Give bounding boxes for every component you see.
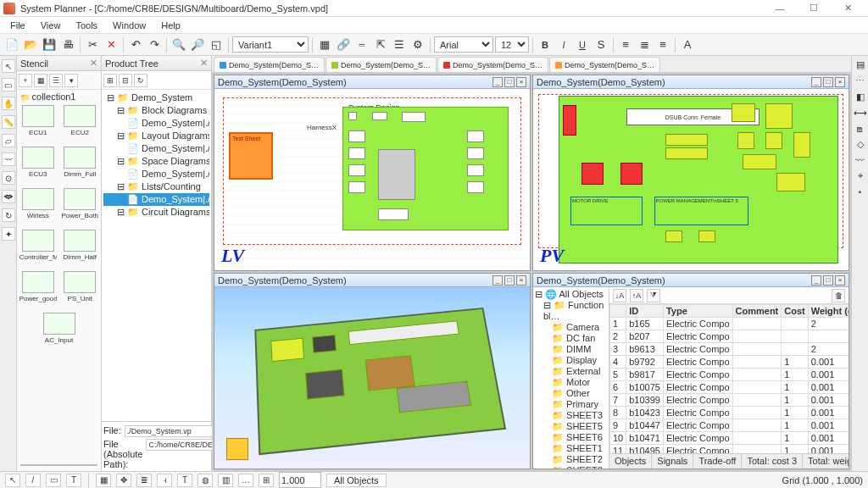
rotate-tool[interactable]: ↻ bbox=[2, 208, 15, 222]
table-row[interactable]: 4b9792Electric Compo10.001 bbox=[610, 356, 849, 369]
objtree-item[interactable]: 📁 Other bbox=[535, 388, 607, 399]
bottom-tab[interactable]: Trade-off bbox=[693, 454, 742, 469]
sb-snap[interactable]: ✥ bbox=[116, 474, 131, 487]
stencil-item[interactable]: Power_Both bbox=[61, 188, 98, 219]
note-button[interactable]: 🗈 bbox=[855, 124, 865, 134]
stencil-item[interactable]: ECU1 bbox=[19, 105, 57, 136]
save-button[interactable]: 💾 bbox=[41, 36, 58, 53]
delete-row-button[interactable]: 🗑 bbox=[832, 289, 845, 302]
waves-button[interactable]: 〰 bbox=[855, 155, 865, 165]
objtree-item[interactable]: 📁 DC fan bbox=[535, 333, 607, 344]
objtree-item[interactable]: 📁 Motor bbox=[535, 377, 607, 388]
filter-button[interactable]: ⧩ bbox=[647, 289, 660, 302]
text-tool[interactable]: 🗢 bbox=[2, 190, 15, 203]
menu-tools[interactable]: Tools bbox=[69, 19, 104, 32]
tree-node[interactable]: 📄 Demo_System|./Demo_System bbox=[103, 168, 209, 180]
stencil-item[interactable]: AC_Input bbox=[41, 313, 78, 344]
doc-tab[interactable]: Demo_System(Demo_S… bbox=[214, 57, 325, 72]
table-row[interactable]: 8b10423Electric Compo10.001 bbox=[610, 407, 849, 419]
axis-gizmo[interactable] bbox=[226, 438, 248, 460]
open-button[interactable]: 📂 bbox=[22, 36, 39, 53]
menu-window[interactable]: Window bbox=[106, 19, 153, 32]
objtree-item[interactable]: 📁 DIMM bbox=[535, 344, 607, 355]
stencil-list-button[interactable]: ☰ bbox=[49, 74, 63, 87]
export-button[interactable]: ⇱ bbox=[372, 36, 389, 53]
maximize-button[interactable]: ☐ bbox=[797, 0, 831, 17]
menu-file[interactable]: File bbox=[3, 19, 32, 32]
sb-grid[interactable]: ▦ bbox=[96, 474, 111, 487]
align-center-button[interactable]: ≣ bbox=[636, 36, 653, 53]
sort-asc-button[interactable]: ↓A bbox=[613, 289, 626, 302]
stencil-grid-button[interactable]: ▦ bbox=[34, 74, 47, 87]
3d-max-button[interactable]: □ bbox=[504, 275, 515, 286]
redo-button[interactable]: ↷ bbox=[146, 36, 163, 53]
dim-button[interactable]: ⟷ bbox=[854, 108, 867, 119]
table-row[interactable]: 5b9817Electric Compo10.001 bbox=[610, 369, 849, 381]
bold-button[interactable]: B bbox=[537, 36, 554, 53]
wire-tool[interactable]: 〰 bbox=[2, 152, 15, 166]
font-size-select[interactable]: 12 bbox=[495, 36, 529, 53]
props-button[interactable]: ⋯ bbox=[855, 75, 865, 86]
lv-canvas[interactable]: System Design HarnessX Test Sheet bbox=[214, 89, 530, 270]
tree-node[interactable]: 📄 Demo_System|./Demo_System bbox=[103, 117, 209, 130]
3d-min-button[interactable]: _ bbox=[492, 275, 503, 286]
stencil-scrollbar[interactable] bbox=[20, 464, 97, 466]
settings-button[interactable]: ⚙ bbox=[409, 36, 426, 53]
close-button[interactable]: ✕ bbox=[831, 0, 865, 17]
sb-align[interactable]: ⫞ bbox=[157, 474, 172, 487]
zoom-in-button[interactable]: 🔍 bbox=[170, 36, 187, 53]
sb-text[interactable]: T bbox=[66, 474, 81, 487]
table-row[interactable]: 3b9613Electric Compo2 bbox=[610, 343, 849, 356]
stencil-item[interactable]: ECU2 bbox=[61, 105, 98, 136]
select-tool[interactable]: ▭ bbox=[2, 78, 15, 92]
stencil-add-button[interactable]: + bbox=[19, 74, 32, 87]
sb-pointer[interactable]: ↖ bbox=[5, 474, 20, 487]
tree-close-icon[interactable]: ✕ bbox=[200, 58, 208, 69]
tree-node[interactable]: 📄 Demo_System|./Demo_System bbox=[103, 142, 209, 155]
zoom-field[interactable] bbox=[279, 472, 321, 488]
net-button[interactable]: ⎓ bbox=[353, 36, 370, 53]
stencil-item[interactable]: PS_Unit bbox=[61, 271, 98, 302]
scope-label[interactable]: All Objects bbox=[326, 474, 387, 487]
print-button[interactable]: 🖶 bbox=[59, 36, 76, 53]
table-row[interactable]: 6b10075Electric Compo10.001 bbox=[610, 381, 849, 394]
zoom-fit-button[interactable]: ◱ bbox=[208, 36, 225, 53]
bottom-tab[interactable]: Total: weight (g) bbox=[803, 454, 849, 469]
new-button[interactable]: 📄 bbox=[3, 36, 20, 53]
objtree-item[interactable]: 📁 SHEET3 bbox=[535, 410, 607, 421]
bottom-tab[interactable]: Objects bbox=[609, 454, 652, 469]
sb-fill[interactable]: ◍ bbox=[198, 474, 213, 487]
sb-text2[interactable]: T bbox=[177, 474, 192, 487]
layers-button[interactable]: ▤ bbox=[856, 59, 865, 70]
list-button[interactable]: ☰ bbox=[391, 36, 408, 53]
pv-canvas[interactable]: DSUB Conn. Female MOTOR DRIVE bbox=[533, 89, 849, 270]
objtree-item[interactable]: 📁 SHEET5 bbox=[535, 421, 607, 432]
italic-button[interactable]: I bbox=[555, 36, 572, 53]
font-color-button[interactable]: A bbox=[679, 36, 696, 53]
undo-button[interactable]: ↶ bbox=[127, 36, 144, 53]
menu-help[interactable]: Help bbox=[154, 19, 187, 32]
font-select[interactable]: Arial bbox=[434, 36, 493, 53]
tree-node[interactable]: ⊟ 📁 Lists/Counting bbox=[103, 180, 209, 193]
pv-close-button[interactable]: × bbox=[835, 77, 845, 87]
stencil-item[interactable]: Wirless bbox=[19, 188, 57, 219]
lv-max-button[interactable]: □ bbox=[504, 77, 515, 87]
table-row[interactable]: 9b10447Electric Compo10.001 bbox=[610, 419, 849, 432]
3d-close-button[interactable]: × bbox=[516, 275, 526, 286]
sort-desc-button[interactable]: ↑A bbox=[630, 289, 643, 302]
lv-close-button[interactable]: × bbox=[516, 77, 526, 87]
stencil-item[interactable]: Dimm_Full bbox=[61, 147, 98, 178]
table-row[interactable]: 1b165Electric Compo2 bbox=[610, 318, 849, 330]
sb-layers[interactable]: ≣ bbox=[136, 474, 152, 487]
tag-button[interactable]: ⌖ bbox=[858, 170, 863, 181]
table-row[interactable]: 11b10495Electric Compo10.001 bbox=[610, 445, 849, 454]
hand-tool[interactable]: ✋ bbox=[2, 97, 15, 110]
sb-more[interactable]: … bbox=[238, 474, 253, 487]
stencil-item[interactable]: Power_good bbox=[19, 271, 57, 302]
delete-button[interactable]: ✕ bbox=[103, 36, 120, 53]
tree-node[interactable]: ⊟ 📁 Block Diagrams bbox=[103, 104, 209, 117]
tree-node[interactable]: 📄 Demo_System|./Demo_Syst… bbox=[103, 193, 209, 206]
zoom-out-button[interactable]: 🔎 bbox=[189, 36, 206, 53]
sb-rect[interactable]: ▭ bbox=[46, 474, 61, 487]
snap-button[interactable]: ◇ bbox=[857, 139, 864, 150]
